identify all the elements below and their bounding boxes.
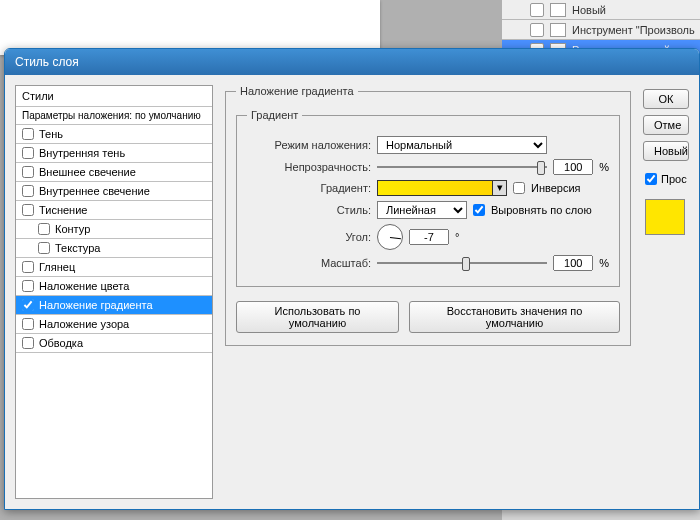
gradient-subgroup: Градиент Режим наложения: Нормальный Неп… [236,109,620,287]
style-inner-shadow[interactable]: Внутренняя тень [16,144,212,163]
style-color-overlay[interactable]: Наложение цвета [16,277,212,296]
blending-options-header[interactable]: Параметры наложения: по умолчанию [16,107,212,125]
new-style-button[interactable]: Новый ст [643,141,689,161]
opacity-label: Непрозрачность: [247,161,371,173]
style-checkbox[interactable] [22,147,34,159]
scale-input[interactable] [553,255,593,271]
gradient-style-select[interactable]: Линейная [377,201,467,219]
settings-column: Наложение градиента Градиент Режим налож… [225,85,631,499]
layer-label: Инструмент "Произволь [572,24,695,36]
percent-label: % [599,257,609,269]
opacity-slider[interactable] [377,159,547,175]
style-checkbox[interactable] [22,299,34,311]
style-checkbox[interactable] [38,242,50,254]
group-title: Наложение градиента [236,85,358,97]
opacity-input[interactable] [553,159,593,175]
style-inner-glow[interactable]: Внутреннее свечение [16,182,212,201]
dialog-buttons-column: ОК Отме Новый ст Прос [643,85,689,499]
layer-thumb [550,3,566,17]
gradient-label: Градиент: [247,182,371,194]
style-pattern-overlay[interactable]: Наложение узора [16,315,212,334]
cancel-button[interactable]: Отме [643,115,689,135]
layer-style-dialog: Стиль слоя Стили Параметры наложения: по… [4,48,700,510]
dialog-title[interactable]: Стиль слоя [5,49,699,75]
style-checkbox[interactable] [22,204,34,216]
style-stroke[interactable]: Обводка [16,334,212,353]
style-drop-shadow[interactable]: Тень [16,125,212,144]
style-bevel[interactable]: Тиснение [16,201,212,220]
styles-column: Стили Параметры наложения: по умолчанию … [15,85,213,499]
scale-slider[interactable] [377,255,547,271]
style-checkbox[interactable] [22,337,34,349]
style-checkbox[interactable] [22,280,34,292]
styles-header[interactable]: Стили [16,86,212,107]
style-checkbox[interactable] [22,185,34,197]
gradient-swatch[interactable]: ▾ [377,180,507,196]
style-checkbox[interactable] [38,223,50,235]
preview-swatch [645,199,685,235]
style-gradient-overlay[interactable]: Наложение градиента [16,296,212,315]
document-canvas [0,0,380,55]
style-label: Стиль: [247,204,371,216]
style-outer-glow[interactable]: Внешнее свечение [16,163,212,182]
invert-label: Инверсия [531,182,581,194]
angle-label: Угол: [247,231,371,243]
visibility-icon[interactable] [530,3,544,17]
angle-input[interactable] [409,229,449,245]
style-checkbox[interactable] [22,261,34,273]
reset-default-button[interactable]: Восстановить значения по умолчанию [409,301,620,333]
preview-toggle[interactable]: Прос [645,173,689,185]
angle-dial[interactable] [377,224,403,250]
styles-list: Стили Параметры наложения: по умолчанию … [15,85,213,499]
scale-label: Масштаб: [247,257,371,269]
ok-button[interactable]: ОК [643,89,689,109]
blend-mode-label: Режим наложения: [247,139,371,151]
preview-label: Прос [661,173,687,185]
invert-checkbox[interactable] [513,182,525,194]
subgroup-title: Градиент [247,109,302,121]
style-contour[interactable]: Контур [16,220,212,239]
preview-checkbox[interactable] [645,173,657,185]
gradient-overlay-group: Наложение градиента Градиент Режим налож… [225,85,631,346]
style-texture[interactable]: Текстура [16,239,212,258]
degree-label: ° [455,231,459,243]
layer-row[interactable]: Инструмент "Произволь [502,20,700,40]
layer-row[interactable]: Новый [502,0,700,20]
style-checkbox[interactable] [22,318,34,330]
chevron-down-icon[interactable]: ▾ [492,181,506,195]
make-default-button[interactable]: Использовать по умолчанию [236,301,399,333]
align-checkbox[interactable] [473,204,485,216]
layer-thumb [550,23,566,37]
layer-label: Новый [572,4,606,16]
style-checkbox[interactable] [22,166,34,178]
style-satin[interactable]: Глянец [16,258,212,277]
style-checkbox[interactable] [22,128,34,140]
visibility-icon[interactable] [530,23,544,37]
align-label: Выровнять по слою [491,204,592,216]
percent-label: % [599,161,609,173]
blend-mode-select[interactable]: Нормальный [377,136,547,154]
